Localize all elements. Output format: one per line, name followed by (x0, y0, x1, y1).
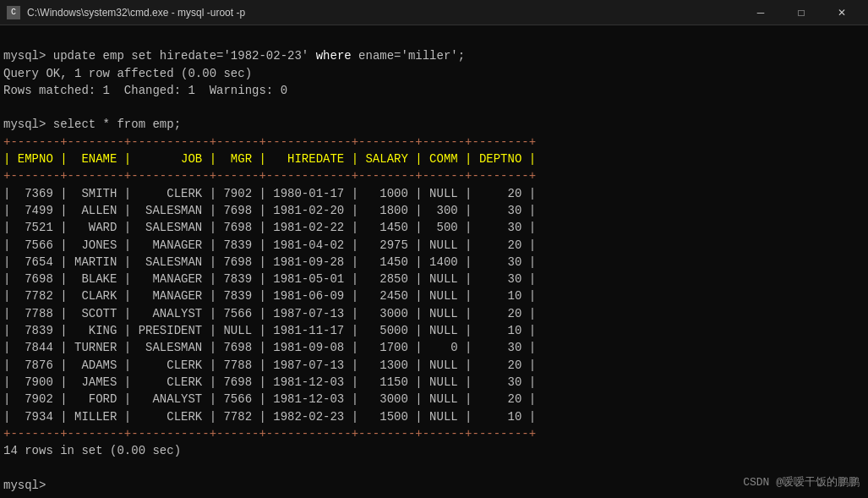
table-row: | 7934 | MILLER | CLERK | 7782 | 1982-02… (3, 408, 865, 425)
table-sep-top: +-------+--------+-----------+------+---… (3, 134, 865, 150)
table-row: | 7876 | ADAMS | CLERK | 7788 | 1987-07-… (3, 357, 865, 374)
window-controls: ─ □ ✕ (741, 0, 861, 25)
table-header: | EMPNO | ENAME | JOB | MGR | HIREDATE |… (3, 150, 865, 167)
minimize-button[interactable]: ─ (741, 0, 780, 25)
terminal-footer: 14 rows in set (0.00 sec) (3, 442, 865, 459)
terminal: mysql> update emp set hiredate='1982-02-… (0, 25, 868, 498)
table-row: | 7521 | WARD | SALESMAN | 7698 | 1981-0… (3, 219, 865, 236)
table-row: | 7654 | MARTIN | SALESMAN | 7698 | 1981… (3, 254, 865, 271)
terminal-line-select: mysql> select * from emp; (3, 116, 865, 133)
table-row: | 7844 | TURNER | SALESMAN | 7698 | 1981… (3, 339, 865, 356)
terminal-line-blank2 (3, 99, 865, 116)
watermark: CSDN @嗳嗳干饭的鹏鹏 (743, 474, 860, 490)
table-row: | 7566 | JONES | MANAGER | 7839 | 1981-0… (3, 237, 865, 254)
terminal-line-blank3 (3, 459, 865, 476)
window-title: C:\Windows\system32\cmd.exe - mysql -uro… (27, 7, 741, 19)
table-row: | 7782 | CLARK | MANAGER | 7839 | 1981-0… (3, 287, 865, 304)
terminal-line-cmd: mysql> update emp set hiredate='1982-02-… (3, 47, 865, 64)
table-row: | 7788 | SCOTT | ANALYST | 7566 | 1987-0… (3, 305, 865, 322)
terminal-line-ok: Query OK, 1 row affected (0.00 sec) (3, 65, 865, 82)
table-sep-header: +-------+--------+-----------+------+---… (3, 167, 865, 184)
table-row: | 7900 | JAMES | CLERK | 7698 | 1981-12-… (3, 374, 865, 391)
app-icon: C (7, 6, 20, 19)
table-row: | 7839 | KING | PRESIDENT | NULL | 1981-… (3, 322, 865, 339)
query-table: +-------+--------+-----------+------+---… (3, 134, 865, 442)
table-sep-bottom: +-------+--------+-----------+------+---… (3, 425, 865, 442)
table-row: | 7369 | SMITH | CLERK | 7902 | 1980-01-… (3, 185, 865, 202)
terminal-line-blank1 (3, 30, 865, 47)
table-row: | 7499 | ALLEN | SALESMAN | 7698 | 1981-… (3, 202, 865, 219)
table-row: | 7698 | BLAKE | MANAGER | 7839 | 1981-0… (3, 271, 865, 287)
titlebar: C C:\Windows\system32\cmd.exe - mysql -u… (0, 0, 868, 25)
terminal-prompt: mysql> (3, 477, 865, 494)
table-row: | 7902 | FORD | ANALYST | 7566 | 1981-12… (3, 391, 865, 408)
terminal-line-rows: Rows matched: 1 Changed: 1 Warnings: 0 (3, 82, 865, 99)
close-button[interactable]: ✕ (822, 0, 861, 25)
maximize-button[interactable]: □ (782, 0, 821, 25)
